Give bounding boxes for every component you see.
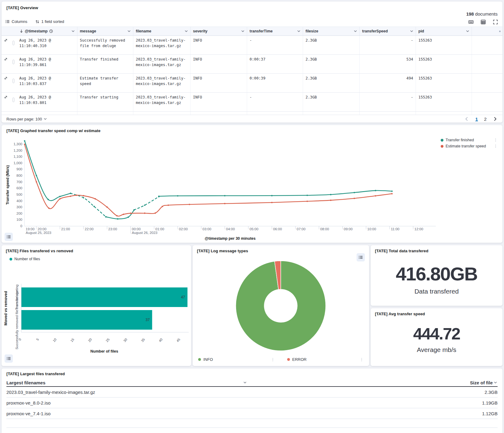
row-checkbox[interactable] xyxy=(13,41,14,45)
cell-pid: 155263 xyxy=(416,93,472,111)
chart-options-button[interactable] xyxy=(5,354,13,363)
svg-text:00:00: 00:00 xyxy=(132,227,141,231)
svg-text:05:00: 05:00 xyxy=(250,227,258,231)
x-axis-title: @timestamp per 30 minutes xyxy=(24,236,436,241)
cell-severity: INFO xyxy=(191,112,247,115)
files-transfered-panel: [TATE] Files transfered vs removed Numbe… xyxy=(2,245,191,366)
header-spacer xyxy=(10,27,17,35)
avg-transfer-speed-panel: [TATE] Avg transfer speed 444.72 Average… xyxy=(371,308,502,366)
fullscreen-icon[interactable] xyxy=(493,19,498,25)
column-header-transferSpeed[interactable]: transferSpeed xyxy=(360,27,416,35)
table-row[interactable]: proxmox-ve_8.0-2.iso1.19GB xyxy=(6,398,498,408)
cell-filename: 2023.03_travel-family-mexico-images.tar.… xyxy=(6,390,484,395)
cell-filename: proxmox-ve_8.0-2.iso xyxy=(6,400,482,405)
checkbox-cell xyxy=(10,74,17,92)
columns-button[interactable]: Columns xyxy=(5,19,27,24)
datagrid-controls xyxy=(468,19,498,25)
svg-text:August 25, 2023: August 25, 2023 xyxy=(26,231,51,235)
column-header-message[interactable]: message xyxy=(77,27,133,35)
svg-text:5: 5 xyxy=(35,338,39,341)
legend-label: Transfer finished xyxy=(446,138,474,142)
legend-dot xyxy=(441,145,443,148)
legend-label: INFO xyxy=(203,357,213,362)
expand-row-icon[interactable] xyxy=(4,57,8,61)
sort-descending-icon xyxy=(19,29,24,33)
transfer-speed-chart-panel: [TATE] Graphed transfer speed comp w/ es… xyxy=(2,125,502,243)
column-header-label: filename xyxy=(136,29,151,33)
svg-text:30: 30 xyxy=(123,338,128,343)
document-count: 198 documents xyxy=(466,11,498,17)
svg-text:08:00: 08:00 xyxy=(320,227,329,231)
legend-menu-icon[interactable]: ⋮ xyxy=(494,145,498,148)
table-row[interactable]: Aug 26, 2023 @ 11:10:03.801Transfer star… xyxy=(2,93,502,112)
table-row[interactable]: 2023.03_travel-family-mexico-images.tar.… xyxy=(6,387,498,398)
expand-cell xyxy=(2,74,10,92)
row-checkbox[interactable] xyxy=(13,60,14,64)
svg-text:47: 47 xyxy=(181,295,185,299)
page-next-icon[interactable] xyxy=(493,117,498,121)
display-options-icon[interactable] xyxy=(480,19,486,25)
cell-empty xyxy=(472,36,502,54)
chart-options-button[interactable] xyxy=(5,233,13,241)
chevron-down-icon xyxy=(71,29,75,33)
svg-text:200: 200 xyxy=(17,212,22,215)
svg-text:500: 500 xyxy=(17,193,22,196)
sorted-fields-button[interactable]: 1 field sorted xyxy=(35,19,64,24)
expand-row-icon[interactable] xyxy=(4,95,8,99)
page-2-button[interactable]: 2 xyxy=(484,117,487,122)
legend-menu-icon[interactable]: ⋮ xyxy=(494,139,498,142)
cell-filesize: 2.3GB xyxy=(303,74,360,92)
table-row[interactable]: Aug 26, 2023 @ 11:10:40.310Successfully … xyxy=(2,36,502,55)
cell-message: Transfer starting xyxy=(77,93,133,111)
column-header-filesize[interactable]: filesize xyxy=(303,27,360,35)
column-header-pid[interactable]: pid xyxy=(416,27,472,35)
svg-text:Moved vs removed: Moved vs removed xyxy=(4,291,8,326)
cell-pid: 155263 xyxy=(416,55,472,73)
expand-row-icon[interactable] xyxy=(4,76,8,80)
table-row[interactable]: Aug 26, 2023 @ 11:10:03.837Estimate tran… xyxy=(2,74,502,93)
svg-text:400: 400 xyxy=(17,199,22,203)
legend-menu-icon[interactable]: ⋮ xyxy=(360,358,364,361)
svg-text:0: 0 xyxy=(20,224,22,228)
largest-files-table: Largest filenames Size of file 2023.03_t… xyxy=(6,379,498,419)
cell-transferSpeed: - xyxy=(360,93,416,111)
column-header-filename[interactable]: filename xyxy=(133,27,191,35)
expand-row-icon[interactable] xyxy=(4,114,8,115)
svg-text:800: 800 xyxy=(17,174,22,177)
legend-label: ERROR xyxy=(292,357,307,362)
table-row[interactable]: Aug 26, 2023 @ 11:10:39.861Transfer fini… xyxy=(2,55,502,74)
legend-item-error[interactable]: ERROR ⋮ xyxy=(275,357,364,362)
cell-pid: 155263 xyxy=(416,112,472,115)
chart-legend[interactable]: Number of files xyxy=(9,257,40,261)
page-prev-icon[interactable] xyxy=(464,117,469,121)
legend-menu-icon[interactable]: ⋮ xyxy=(271,358,275,361)
legend-item-info[interactable]: INFO ⋮ xyxy=(198,357,275,362)
keyboard-icon[interactable] xyxy=(468,19,474,25)
table-row[interactable]: proxmox-ve_7.4-1.iso1.12GB xyxy=(6,408,498,419)
document-count-number: 198 xyxy=(466,11,474,17)
column-header-size-of-file[interactable]: Size of file xyxy=(247,380,498,385)
sort-fields-icon xyxy=(35,20,39,24)
row-checkbox[interactable] xyxy=(13,79,14,83)
page-1-button[interactable]: 1 xyxy=(475,117,478,122)
column-header-transferTime[interactable]: transferTime xyxy=(247,27,303,35)
row-checkbox[interactable] xyxy=(13,98,14,102)
table-row[interactable]: Aug 26, 2023 @ 11:10:03.801Transfer star… xyxy=(2,112,502,115)
legend-item-estimate-transfer-speed[interactable]: Estimate transfer speed ⋮ xyxy=(441,144,498,148)
svg-text:15: 15 xyxy=(70,338,75,343)
column-options-dot[interactable] xyxy=(499,31,501,32)
legend-item-transfer-finished[interactable]: Transfer finished ⋮ xyxy=(441,138,498,142)
column-header-timestamp[interactable]: @timestamp xyxy=(17,27,77,35)
expand-row-icon[interactable] xyxy=(4,38,8,42)
rows-per-page-button[interactable]: Rows per page: 100 xyxy=(6,117,47,121)
legend-dot xyxy=(198,358,201,361)
metric-value: 444.72 xyxy=(413,324,460,343)
column-header-label: @timestamp xyxy=(25,29,48,33)
column-header-label: transferTime xyxy=(250,29,273,33)
svg-text:07:00: 07:00 xyxy=(297,227,306,231)
expand-cell xyxy=(2,112,10,115)
column-header-largest-filenames[interactable]: Largest filenames xyxy=(6,380,247,385)
column-header-severity[interactable]: severity xyxy=(191,27,247,35)
svg-text:23:00: 23:00 xyxy=(108,227,117,231)
log-message-types-panel: [TATE] Log message types INFO ⋮ ERROR ⋮ xyxy=(193,245,369,366)
